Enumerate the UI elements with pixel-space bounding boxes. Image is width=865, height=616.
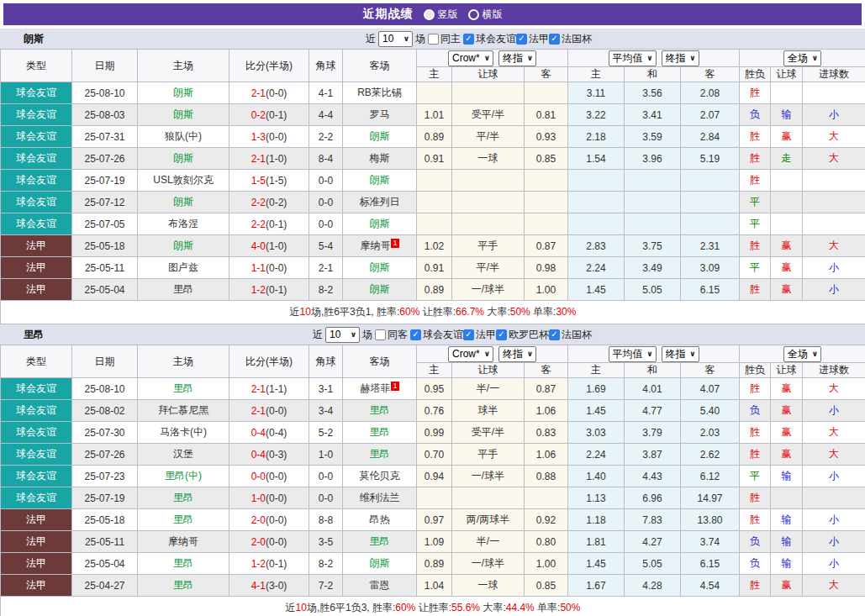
col-handicap-result: 让球 (771, 67, 803, 82)
odds-handicap-cell: 一/球半 (452, 279, 525, 301)
odds-home-cell (417, 192, 452, 213)
home-team-cell: 朗斯 (138, 235, 229, 257)
avg-away-cell: 6.12 (681, 466, 740, 487)
matches-tbody: 球会友谊25-08-10朗斯2-1(0-0)4-1RB莱比锡3.113.562.… (1, 82, 865, 301)
league-filter-label: 球会友谊 (423, 328, 463, 342)
away-team-name: 标准列日 (360, 196, 400, 208)
league-type-cell: 球会友谊 (1, 487, 72, 509)
col-avg-draw: 和 (625, 363, 681, 378)
league-filter[interactable]: 球会友谊 (410, 328, 463, 342)
col-home: 主场 (138, 50, 229, 82)
result-cell: 胜 (740, 148, 771, 170)
checkbox-checked-icon[interactable] (410, 329, 421, 340)
odds-handicap-cell: 受平/半 (452, 422, 525, 444)
avg-away-cell: 3.09 (681, 257, 740, 279)
avg-final-select[interactable]: 终指 (662, 346, 699, 362)
odds-final-select[interactable]: 终指 (498, 346, 536, 362)
rank-badge: 1 (391, 382, 398, 391)
match-row: 球会友谊25-07-12朗斯2-2(0-2)0-0标准列日平 (1, 192, 865, 213)
corner-cell: 1-0 (309, 444, 343, 466)
home-team-cell: USL敦刻尔克 (138, 170, 229, 192)
scope-group-header: 全场 (740, 345, 865, 363)
scope-select-wrap: 全场 (783, 50, 821, 66)
away-team-cell: 里昂 (343, 400, 417, 422)
games-count-select-wrap: 10 (325, 327, 360, 343)
radio-selected-icon[interactable] (424, 9, 435, 20)
odds-away-cell: 0.87 (525, 235, 568, 257)
layout-vertical-option[interactable]: 竖版 (424, 8, 458, 22)
scope-select[interactable]: 全场 (783, 346, 821, 362)
home-team-name: 里昂 (173, 513, 193, 525)
checkbox-unchecked-icon[interactable] (428, 34, 439, 45)
match-row: 球会友谊25-07-05布洛涅2-2(0-1)0-0朗斯平 (1, 213, 865, 235)
odds-group-header: Crow*终指 (417, 50, 568, 67)
odds-final-select-wrap: 终指 (498, 346, 536, 362)
away-team-cell: RB莱比锡 (343, 82, 417, 104)
league-filter-label: 球会友谊 (476, 32, 516, 46)
filter-bar: 近 10 场 同客 球会友谊法甲欧罗巴杯法国杯 (313, 327, 592, 343)
league-filter[interactable]: 欧罗巴杯 (496, 328, 549, 342)
checkbox-checked-icon[interactable] (496, 329, 507, 340)
checkbox-checked-icon[interactable] (549, 329, 560, 340)
score-cell: 1-1(0-0) (229, 257, 309, 279)
goals-result-cell: 小 (803, 553, 865, 575)
handicap-result-cell: 赢 (771, 257, 803, 279)
match-row: 法甲25-05-11摩纳哥2-0(0-0)3-5里昂1.09半/一0.801.8… (1, 531, 865, 553)
checkbox-checked-icon[interactable] (463, 34, 474, 45)
avg-select[interactable]: 平均值 (609, 346, 657, 362)
layout-horizontal-option[interactable]: 横版 (468, 8, 503, 22)
games-count-select[interactable]: 10 (325, 327, 360, 343)
away-team-cell: 朗斯 (343, 257, 417, 279)
avg-home-cell: 1.18 (568, 509, 625, 531)
checkbox-checked-icon[interactable] (463, 329, 474, 340)
same-venue-filter[interactable]: 同主 (428, 32, 461, 46)
result-cell: 胜 (740, 487, 771, 509)
goals-result-cell: 大 (803, 444, 865, 466)
scope-select[interactable]: 全场 (783, 50, 821, 66)
league-filter[interactable]: 法国杯 (549, 328, 592, 342)
odds-handicap-cell (452, 170, 525, 192)
avg-away-cell: 2.03 (681, 422, 740, 444)
summary-row: 近10场,胜6平1负3, 胜率:60% 让胜率:55.6% 大率:44.4% 单… (1, 597, 865, 616)
result-cell: 胜 (740, 509, 771, 531)
home-team-name: 里昂 (173, 283, 193, 295)
odds-handicap-cell: 受平/半 (452, 104, 525, 126)
away-team-cell: 维利法兰 (343, 487, 417, 509)
avg-home-cell: 2.24 (568, 257, 625, 279)
avg-home-cell: 3.11 (568, 82, 625, 104)
match-row: 球会友谊25-07-31狼队(中)1-3(0-0)2-2朗斯0.89平/半0.9… (1, 126, 865, 148)
goals-result-cell: 大 (803, 422, 865, 444)
result-cell: 胜 (740, 126, 771, 148)
games-count-select[interactable]: 10 (378, 31, 413, 47)
checkbox-checked-icon[interactable] (516, 34, 527, 45)
odds-source-select[interactable]: Crow* (448, 346, 493, 362)
home-team-cell: 里昂 (138, 553, 229, 575)
col-score: 比分(半场) (229, 50, 309, 82)
league-filter[interactable]: 球会友谊 (463, 32, 516, 46)
league-filter[interactable]: 法甲 (516, 32, 549, 46)
home-team-name: 里昂 (173, 382, 193, 394)
match-row: 法甲25-05-04里昂1-2(0-1)8-2朗斯0.89一/球半1.001.4… (1, 279, 865, 301)
match-date-cell: 25-05-11 (72, 257, 138, 279)
goals-result-cell: 大 (803, 378, 865, 400)
league-type-cell: 球会友谊 (1, 104, 72, 126)
home-team-name: 朗斯 (173, 87, 193, 98)
checkbox-unchecked-icon[interactable] (375, 329, 386, 340)
avg-final-select[interactable]: 终指 (662, 50, 699, 66)
checkbox-checked-icon[interactable] (549, 34, 560, 45)
layout-horizontal-label: 横版 (483, 8, 503, 22)
odds-source-select[interactable]: Crow* (448, 50, 493, 66)
avg-select[interactable]: 平均值 (609, 50, 657, 66)
odds-final-select[interactable]: 终指 (498, 50, 536, 66)
league-filter[interactable]: 法国杯 (549, 32, 592, 46)
match-row: 球会友谊25-08-02拜仁慕尼黑2-1(0-0)3-4里昂0.76球半1.06… (1, 400, 865, 422)
avg-home-cell: 3.22 (568, 104, 625, 126)
score-cell: 2-1(1-0) (229, 148, 309, 170)
radio-unselected-icon[interactable] (468, 9, 479, 20)
same-venue-filter[interactable]: 同客 (375, 328, 408, 342)
odds-away-cell: 0.83 (525, 422, 568, 444)
table-header-row: 类型 日期 主场 比分(半场) 角球 客场 Crow*终指 平均值终指 全场 (1, 345, 865, 363)
league-filter[interactable]: 法甲 (463, 328, 496, 342)
fulltime-score: 1-1 (251, 262, 266, 274)
avg-home-cell: 1.40 (568, 466, 625, 487)
